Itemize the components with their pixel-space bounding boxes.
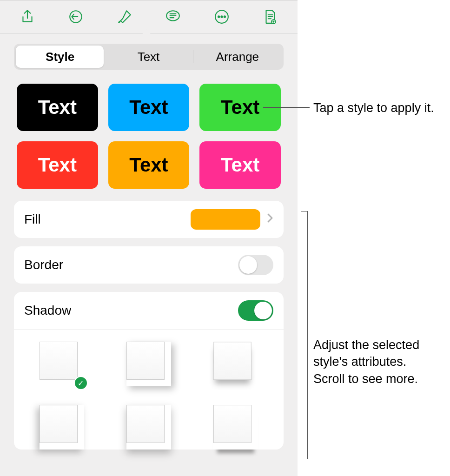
share-icon[interactable] [18,7,37,26]
swatch-label: Text [129,154,168,176]
shadow-card: Shadow ✓ [14,292,284,450]
svg-point-3 [218,16,219,17]
shadow-option-1[interactable]: ✓ [40,342,84,386]
toolbar [0,0,298,33]
app-panel: Style Text Arrange Text Text Text Text T… [0,0,298,476]
comment-icon[interactable] [163,7,183,26]
swatch-label: Text [221,96,259,119]
callout-text: style's attributes. [313,353,419,370]
tab-arrange[interactable]: Arrange [193,50,282,64]
chevron-right-icon [267,213,273,226]
tab-text[interactable]: Text [104,50,192,64]
callout-text: Adjust the selected [313,337,419,353]
swatch-label: Text [221,154,259,176]
more-icon[interactable] [212,7,232,26]
style-swatch-pink[interactable]: Text [199,141,281,189]
swatch-label: Text [38,154,77,176]
svg-point-5 [224,16,225,17]
format-brush-icon[interactable] [115,7,134,26]
shadow-option-6[interactable] [213,405,258,450]
style-swatch-orange[interactable]: Text [108,141,190,189]
style-swatch-black[interactable]: Text [17,84,98,131]
swatch-label: Text [38,96,77,119]
swatch-label: Text [129,96,168,119]
fill-card[interactable]: Fill [14,201,284,238]
popover-body: Style Text Arrange Text Text Text Text T… [0,33,298,476]
border-toggle[interactable] [238,255,273,275]
toggle-knob [239,256,257,274]
check-icon: ✓ [74,376,88,390]
tab-style[interactable]: Style [16,50,104,64]
shadow-options-grid: ✓ [14,330,284,450]
callout-bracket [301,211,308,459]
fill-label: Fill [24,212,41,227]
callout-line [263,107,310,108]
style-swatch-red[interactable]: Text [17,141,98,189]
document-icon[interactable] [260,7,280,26]
segmented-control: Style Text Arrange [14,44,284,70]
style-swatch-blue[interactable]: Text [108,84,190,131]
callout-adjust-attributes: Adjust the selected style's attributes. … [313,337,419,387]
shadow-option-5[interactable] [126,405,171,450]
svg-point-4 [221,16,222,17]
undo-icon[interactable] [66,7,86,26]
shadow-option-2[interactable] [126,342,171,386]
shadow-label: Shadow [24,303,71,318]
callout-text: Scroll to see more. [313,370,419,387]
border-card: Border [14,246,284,284]
border-label: Border [24,258,63,272]
shadow-option-4[interactable] [40,405,84,450]
toggle-knob [254,302,272,319]
style-swatch-grid: Text Text Text Text Text Text [0,78,298,201]
fill-color-preview [191,209,260,230]
shadow-toggle[interactable] [238,300,273,321]
popover-pointer [141,29,152,35]
callout-apply-style: Tap a style to apply it. [313,99,434,116]
shadow-option-3[interactable] [213,342,258,386]
svg-point-7 [272,21,274,23]
